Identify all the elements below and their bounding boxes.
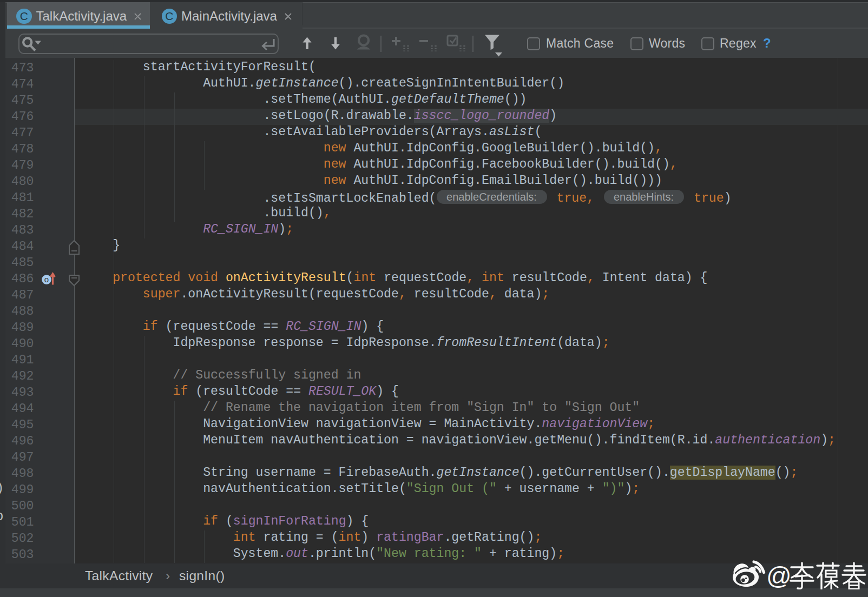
svg-text:o: o: [44, 275, 49, 284]
svg-text:@: @: [766, 562, 792, 589]
